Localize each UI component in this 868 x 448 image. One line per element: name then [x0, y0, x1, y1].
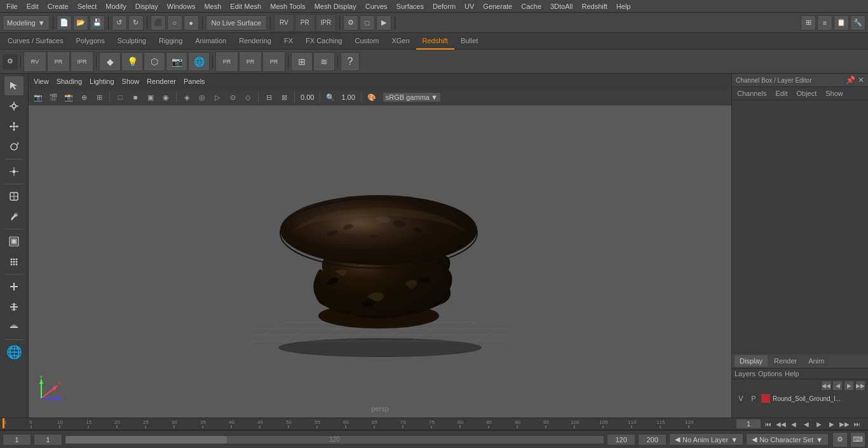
go-end-btn[interactable]: ⏭: [851, 418, 863, 430]
vp-wireframe-icon[interactable]: □: [113, 91, 127, 104]
rotate-tool-btn[interactable]: [4, 137, 24, 156]
lasso-select-button[interactable]: ○: [167, 15, 182, 31]
add-remove-btn[interactable]: [4, 277, 24, 296]
select-tool-left-btn[interactable]: [4, 76, 24, 95]
menu-create[interactable]: Create: [44, 2, 72, 11]
menu-mesh-tools[interactable]: Mesh Tools: [266, 2, 309, 11]
vp-stereo-icon[interactable]: ⊠: [277, 91, 291, 104]
modeling-dropdown[interactable]: Modeling ▼: [3, 15, 50, 31]
redo-button[interactable]: ↻: [128, 15, 144, 31]
menu-cache[interactable]: Cache: [517, 2, 545, 11]
outliner-button[interactable]: ≡: [817, 15, 832, 31]
component-btn[interactable]: [4, 297, 24, 316]
vp-focal-icon[interactable]: 🔍: [323, 91, 337, 104]
vp-panels-menu[interactable]: Panels: [184, 78, 205, 85]
tab-show[interactable]: Show: [823, 88, 846, 98]
tab-bullet[interactable]: Bullet: [454, 33, 485, 50]
layer-arrow-right[interactable]: ▶: [844, 381, 854, 391]
char-set-dropdown[interactable]: ◀ No Character Set ▼: [746, 433, 829, 445]
vp-playblast-icon[interactable]: ▷: [210, 91, 224, 104]
vp-lighting-menu[interactable]: Lighting: [90, 78, 114, 85]
go-start-btn[interactable]: ⏮: [763, 418, 774, 430]
move-tool-btn[interactable]: [4, 117, 24, 136]
next-frame-btn[interactable]: ▶: [826, 418, 837, 430]
rs-pr2-btn[interactable]: PR: [215, 51, 238, 72]
next-key-btn[interactable]: ▶▶: [839, 418, 850, 430]
vp-transform-icon[interactable]: ⊕: [77, 91, 91, 104]
no-live-surface-button[interactable]: No Live Surface: [206, 15, 267, 31]
new-scene-button[interactable]: 📄: [57, 15, 72, 31]
vp-renderer-menu[interactable]: Renderer: [147, 78, 176, 85]
menu-display[interactable]: Display: [132, 2, 162, 11]
rs-ipr-btn[interactable]: IPR: [71, 51, 93, 72]
menu-uv[interactable]: UV: [461, 2, 478, 11]
tab-curves-surfaces[interactable]: Curves / Surfaces: [1, 33, 69, 50]
scale-tool-btn[interactable]: [4, 162, 24, 181]
vp-xray-icon[interactable]: ◇: [241, 91, 255, 104]
undo-button[interactable]: ↺: [112, 15, 127, 31]
vp-cam-icon[interactable]: 📷: [31, 91, 45, 104]
vp-view-menu[interactable]: View: [34, 78, 49, 85]
layer-color-swatch[interactable]: [761, 394, 770, 403]
focal-length-value[interactable]: 1.00: [339, 93, 357, 101]
menu-mesh[interactable]: Mesh: [200, 2, 225, 11]
help-menu[interactable]: Help: [785, 370, 799, 377]
channel-box-pin-icon[interactable]: 📌: [846, 76, 855, 85]
layer-arrow-left[interactable]: ◀: [832, 381, 843, 391]
camera-speed-value[interactable]: 0.00: [298, 93, 316, 101]
range-end-field[interactable]: 120: [607, 434, 635, 445]
layer-playback-btn[interactable]: P: [749, 395, 759, 402]
vp-cam2-icon[interactable]: 📸: [62, 91, 76, 104]
prev-frame-btn[interactable]: ◀: [788, 418, 799, 430]
menu-modify[interactable]: Modify: [102, 2, 130, 11]
rs-material-btn[interactable]: ◆: [99, 52, 121, 71]
tab-object[interactable]: Object: [794, 88, 819, 98]
vp-show-menu[interactable]: Show: [122, 78, 140, 85]
tool-settings-button[interactable]: 🔧: [850, 15, 865, 31]
vp-light-icon[interactable]: ◉: [159, 91, 173, 104]
layer-arrow-right-right[interactable]: ▶▶: [855, 381, 865, 391]
layer-tab-render[interactable]: Render: [769, 355, 802, 367]
menu-surfaces[interactable]: Surfaces: [393, 2, 428, 11]
render-seq-button[interactable]: ▶: [376, 15, 391, 31]
layers-menu[interactable]: Layers: [735, 370, 756, 377]
menu-mesh-display[interactable]: Mesh Display: [311, 2, 360, 11]
range-start-field[interactable]: 1: [3, 434, 31, 445]
viewport[interactable]: View Shading Lighting Show Renderer Pane…: [29, 74, 731, 417]
vp-textured-icon[interactable]: ▣: [144, 91, 158, 104]
options-menu[interactable]: Options: [758, 370, 782, 377]
rs-rv-btn[interactable]: RV: [24, 51, 46, 72]
paint-ops-btn[interactable]: [4, 207, 24, 226]
pr-button[interactable]: PR: [295, 14, 315, 32]
render-region-button[interactable]: □: [360, 15, 375, 31]
tab-redshift[interactable]: Redshift: [416, 33, 454, 50]
transform-tool-btn[interactable]: [4, 97, 24, 116]
view-all-btn[interactable]: 🌐: [4, 343, 24, 362]
rs-dome-btn[interactable]: 🌐: [188, 52, 210, 71]
color-space-dropdown[interactable]: sRGB gamma ▼: [383, 92, 441, 102]
layer-arrow-up-left[interactable]: ◀◀: [821, 381, 831, 391]
play-back-btn[interactable]: ◀: [801, 418, 812, 430]
rs-pr3-btn[interactable]: PR: [239, 51, 262, 72]
menu-deform[interactable]: Deform: [429, 2, 459, 11]
save-scene-button[interactable]: 💾: [90, 15, 105, 31]
layout-button[interactable]: ⊞: [801, 15, 816, 31]
rs-help-btn[interactable]: ?: [341, 52, 360, 71]
vp-shading-menu[interactable]: Shading: [57, 78, 82, 85]
rs-light-btn[interactable]: 💡: [121, 52, 143, 71]
soft-select-btn[interactable]: [4, 318, 24, 337]
range-start-field2[interactable]: 1: [34, 434, 62, 445]
menu-edit-mesh[interactable]: Edit Mesh: [226, 2, 265, 11]
preferences-btn[interactable]: ⚙: [832, 432, 848, 447]
rs-pr-btn[interactable]: PR: [47, 51, 70, 72]
rs-aov-btn[interactable]: ≋: [313, 52, 335, 71]
tab-edit[interactable]: Edit: [773, 88, 790, 98]
tab-polygons[interactable]: Polygons: [69, 33, 111, 50]
rs-camera-btn[interactable]: 📷: [166, 52, 187, 71]
layer-tab-anim[interactable]: Anim: [803, 355, 829, 367]
channel-box-close-icon[interactable]: ✕: [858, 76, 864, 85]
timeline[interactable]: // Generated via template 1 5 10 15 20 2…: [0, 417, 868, 430]
menu-select[interactable]: Select: [74, 2, 101, 11]
open-scene-button[interactable]: 📂: [73, 15, 88, 31]
tab-fx-caching[interactable]: FX Caching: [299, 33, 348, 50]
